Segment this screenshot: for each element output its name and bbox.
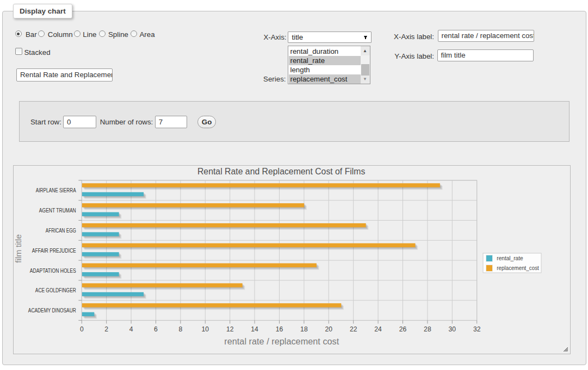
svg-text:8: 8 <box>179 325 183 333</box>
svg-text:16: 16 <box>276 325 283 333</box>
svg-text:AFFAIR PREJUDICE: AFFAIR PREJUDICE <box>32 247 76 254</box>
svg-text:12: 12 <box>226 325 234 333</box>
svg-text:26: 26 <box>399 325 407 333</box>
svg-text:rental_rate: rental_rate <box>497 255 523 261</box>
svg-text:2: 2 <box>104 325 108 333</box>
svg-text:ADAPTATION HOLES: ADAPTATION HOLES <box>30 267 76 274</box>
svg-text:AGENT TRUMAN: AGENT TRUMAN <box>39 207 76 214</box>
svg-text:20: 20 <box>325 325 333 333</box>
svg-text:film title: film title <box>14 234 23 263</box>
svg-text:ACE GOLDFINGER: ACE GOLDFINGER <box>35 287 76 293</box>
svg-text:AIRPLANE SIERRA: AIRPLANE SIERRA <box>36 187 76 193</box>
svg-text:22: 22 <box>350 325 357 333</box>
svg-text:30: 30 <box>449 325 456 333</box>
svg-text:24: 24 <box>374 325 382 333</box>
svg-text:32: 32 <box>473 325 481 333</box>
svg-text:28: 28 <box>424 325 431 333</box>
svg-text:0: 0 <box>80 325 84 333</box>
svg-text:ACADEMY DINOSAUR: ACADEMY DINOSAUR <box>28 307 76 313</box>
svg-text:AFRICAN EGG: AFRICAN EGG <box>46 227 76 234</box>
svg-text:14: 14 <box>251 325 258 333</box>
svg-text:6: 6 <box>154 325 158 333</box>
svg-text:4: 4 <box>129 325 133 333</box>
svg-text:10: 10 <box>202 325 209 333</box>
svg-text:replacement_cost: replacement_cost <box>497 265 539 271</box>
svg-text:rental rate / replacement cost: rental rate / replacement cost <box>224 337 339 346</box>
svg-text:18: 18 <box>300 325 308 333</box>
svg-text:Rental Rate and Replacement Co: Rental Rate and Replacement Cost of Film… <box>197 166 366 176</box>
